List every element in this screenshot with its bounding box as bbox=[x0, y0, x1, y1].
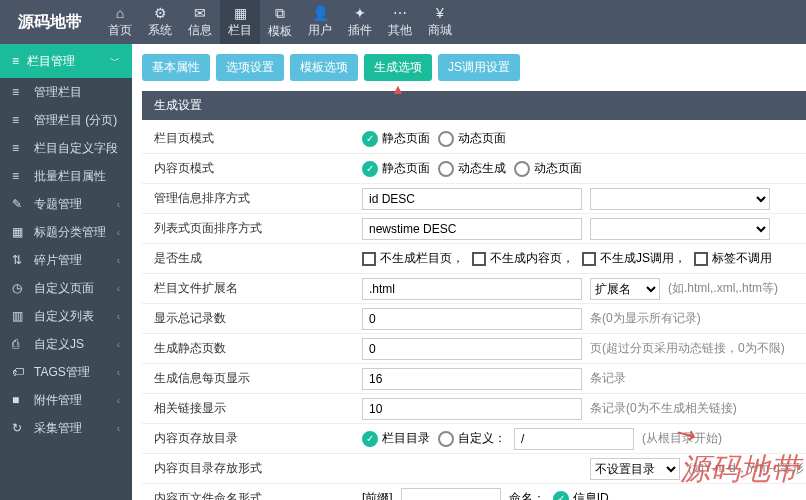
check-label: 标签不调用 bbox=[712, 250, 772, 267]
related-input[interactable] bbox=[362, 398, 582, 420]
per-page-input[interactable] bbox=[362, 368, 582, 390]
chevron-left-icon: ‹ bbox=[117, 283, 120, 294]
sidebar-item-批量栏目属性[interactable]: ≡批量栏目属性 bbox=[0, 162, 132, 190]
topnav-用户[interactable]: 👤用户 bbox=[300, 0, 340, 44]
gen-check-3[interactable]: 标签不调用 bbox=[694, 250, 772, 267]
tab-模板选项[interactable]: 模板选项 bbox=[290, 54, 358, 81]
label-related: 相关链接显示 bbox=[142, 400, 362, 417]
check-label: 不生成内容页， bbox=[490, 250, 574, 267]
chevron-left-icon: ‹ bbox=[117, 311, 120, 322]
sidebar-item-自定义JS[interactable]: ⎙自定义JS‹ bbox=[0, 330, 132, 358]
side-label: 自定义JS bbox=[34, 336, 84, 353]
nav-icon: ⋯ bbox=[393, 5, 407, 21]
sidebar-item-TAGS管理[interactable]: 🏷TAGS管理‹ bbox=[0, 358, 132, 386]
content-mode-radio-1[interactable]: 动态生成 bbox=[438, 160, 506, 177]
label-gen: 是否生成 bbox=[142, 250, 362, 267]
static-pages-hint: 页(超过分页采用动态链接，0为不限) bbox=[590, 340, 785, 357]
total-input[interactable] bbox=[362, 308, 582, 330]
prefix-label: [前缀] bbox=[362, 490, 393, 500]
side-label: 专题管理 bbox=[34, 196, 82, 213]
topnav-插件[interactable]: ✦插件 bbox=[340, 0, 380, 44]
checkbox-icon bbox=[472, 252, 486, 266]
side-icon: ■ bbox=[12, 393, 26, 407]
nav-label: 插件 bbox=[348, 22, 372, 39]
topnav-首页[interactable]: ⌂首页 bbox=[100, 0, 140, 44]
sidebar-item-碎片管理[interactable]: ⇅碎片管理‹ bbox=[0, 246, 132, 274]
nav-icon: 👤 bbox=[312, 5, 329, 21]
tab-选项设置[interactable]: 选项设置 bbox=[216, 54, 284, 81]
store-dir-radio-0[interactable]: 栏目目录 bbox=[362, 430, 430, 447]
side-icon: ≡ bbox=[12, 141, 26, 155]
radio-icon bbox=[362, 161, 378, 177]
nav-icon: ¥ bbox=[436, 5, 444, 21]
side-label: 附件管理 bbox=[34, 392, 82, 409]
dir-form-select[interactable]: 不设置目录 bbox=[590, 458, 680, 480]
check-label: 不生成JS调用， bbox=[600, 250, 686, 267]
label-static-pages: 生成静态页数 bbox=[142, 340, 362, 357]
content-mode-radio-2[interactable]: 动态页面 bbox=[514, 160, 582, 177]
chevron-left-icon: ‹ bbox=[117, 339, 120, 350]
topnav-信息[interactable]: ✉信息 bbox=[180, 0, 220, 44]
ext-input[interactable] bbox=[362, 278, 582, 300]
col-mode-radio-0[interactable]: 静态页面 bbox=[362, 130, 430, 147]
side-icon: ≡ bbox=[12, 113, 26, 127]
chevron-left-icon: ‹ bbox=[117, 367, 120, 378]
tab-基本属性[interactable]: 基本属性 bbox=[142, 54, 210, 81]
store-dir-radio-1[interactable]: 自定义： bbox=[438, 430, 506, 447]
sidebar-item-附件管理[interactable]: ■附件管理‹ bbox=[0, 386, 132, 414]
nav-label: 其他 bbox=[388, 22, 412, 39]
label-ext: 栏目文件扩展名 bbox=[142, 280, 362, 297]
tab-bar: 基本属性选项设置模板选项生成选项▲JS调用设置 bbox=[142, 54, 806, 81]
topbar: 源码地带 ⌂首页⚙系统✉信息▦栏目⧉模板👤用户✦插件⋯其他¥商城 bbox=[0, 0, 806, 44]
gen-check-1[interactable]: 不生成内容页， bbox=[472, 250, 574, 267]
content-mode-radio-0[interactable]: 静态页面 bbox=[362, 160, 430, 177]
chevron-down-icon: ﹀ bbox=[110, 54, 120, 68]
gen-check-2[interactable]: 不生成JS调用， bbox=[582, 250, 686, 267]
side-icon: ▥ bbox=[12, 309, 26, 323]
topnav-其他[interactable]: ⋯其他 bbox=[380, 0, 420, 44]
side-label: 批量栏目属性 bbox=[34, 168, 106, 185]
tab-生成选项[interactable]: 生成选项▲ bbox=[364, 54, 432, 81]
nav-label: 用户 bbox=[308, 22, 332, 39]
sort-input[interactable] bbox=[362, 188, 582, 210]
label-total: 显示总记录数 bbox=[142, 310, 362, 327]
list-sort-select[interactable] bbox=[590, 218, 770, 240]
sidebar-header[interactable]: ≡ 栏目管理 ﹀ bbox=[0, 44, 132, 78]
sort-select[interactable] bbox=[590, 188, 770, 210]
side-icon: 🏷 bbox=[12, 365, 26, 379]
label-dir-form: 内容页目录存放形式 bbox=[142, 460, 362, 477]
topnav-栏目[interactable]: ▦栏目 bbox=[220, 0, 260, 44]
name-form-radio-0[interactable]: 信息ID bbox=[553, 490, 609, 500]
prefix-input[interactable] bbox=[401, 488, 501, 501]
static-pages-input[interactable] bbox=[362, 338, 582, 360]
ext-select[interactable]: 扩展名 bbox=[590, 278, 660, 300]
nav-label: 商城 bbox=[428, 22, 452, 39]
sidebar-item-管理栏目[interactable]: ≡管理栏目 bbox=[0, 78, 132, 106]
sidebar-item-自定义列表[interactable]: ▥自定义列表‹ bbox=[0, 302, 132, 330]
side-label: 自定义列表 bbox=[34, 308, 94, 325]
tab-JS调用设置[interactable]: JS调用设置 bbox=[438, 54, 520, 81]
sidebar-item-栏目自定义字段[interactable]: ≡栏目自定义字段 bbox=[0, 134, 132, 162]
list-sort-input[interactable] bbox=[362, 218, 582, 240]
ext-hint: (如.html,.xml,.htm等) bbox=[668, 280, 778, 297]
panel-title: 生成设置 bbox=[142, 91, 806, 120]
per-page-hint: 条记录 bbox=[590, 370, 626, 387]
gen-check-0[interactable]: 不生成栏目页， bbox=[362, 250, 464, 267]
nav-label: 模板 bbox=[268, 23, 292, 40]
sidebar-item-自定义页面[interactable]: ◷自定义页面‹ bbox=[0, 274, 132, 302]
main-area: 基本属性选项设置模板选项生成选项▲JS调用设置 生成设置 栏目页模式 静态页面动… bbox=[132, 44, 806, 500]
side-icon: ≡ bbox=[12, 169, 26, 183]
sidebar-item-管理栏目 (分页)[interactable]: ≡管理栏目 (分页) bbox=[0, 106, 132, 134]
col-mode-radio-1[interactable]: 动态页面 bbox=[438, 130, 506, 147]
sidebar-item-采集管理[interactable]: ↻采集管理‹ bbox=[0, 414, 132, 442]
sidebar-item-专题管理[interactable]: ✎专题管理‹ bbox=[0, 190, 132, 218]
side-label: TAGS管理 bbox=[34, 364, 90, 381]
checkbox-icon bbox=[582, 252, 596, 266]
topnav-商城[interactable]: ¥商城 bbox=[420, 0, 460, 44]
topnav-模板[interactable]: ⧉模板 bbox=[260, 0, 300, 44]
sidebar-item-标题分类管理[interactable]: ▦标题分类管理‹ bbox=[0, 218, 132, 246]
side-icon: ✎ bbox=[12, 197, 26, 211]
custom-dir-input[interactable] bbox=[514, 428, 634, 450]
topnav-系统[interactable]: ⚙系统 bbox=[140, 0, 180, 44]
nav-icon: ✉ bbox=[194, 5, 206, 21]
